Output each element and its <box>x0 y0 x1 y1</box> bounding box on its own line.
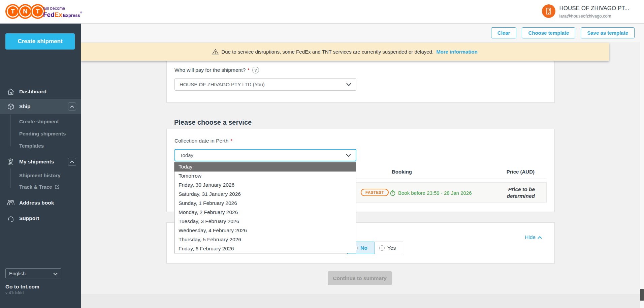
external-link-icon <box>55 185 59 189</box>
booking-info-text: Book before 23:59 - 28 Jan 2026 <box>398 190 472 196</box>
date-option[interactable]: Wednesday, 4 February 2026 <box>174 226 356 235</box>
scrollbar-thumb[interactable] <box>640 289 644 301</box>
date-option[interactable]: Friday, 6 February 2026 <box>174 244 356 253</box>
date-option[interactable]: Tomorrow <box>174 172 356 181</box>
will-become-text: will become <box>43 6 65 11</box>
package-icon <box>7 103 15 110</box>
payer-select-value: HOUSE OF ZHIVAGO PTY LTD (You) <box>180 82 265 87</box>
more-information-link[interactable]: More information <box>436 49 478 55</box>
fedex-express: Express <box>63 13 80 18</box>
option-yes-label: Yes <box>387 245 396 251</box>
account-email: lara@houseofzhivago.com <box>559 13 630 19</box>
required-asterisk: * <box>248 67 250 73</box>
sidebar: Create shipment Dashboard Ship Create sh… <box>0 24 81 308</box>
choose-template-button[interactable]: Choose template <box>522 27 575 38</box>
building-icon <box>545 7 552 15</box>
option-yes[interactable]: Yes <box>374 242 403 254</box>
sidebar-item-my-shipments[interactable]: My shipments <box>0 154 81 169</box>
date-option[interactable]: Tuesday, 3 February 2026 <box>174 217 356 226</box>
payer-question-text: Who will pay for the shipment? <box>174 67 246 73</box>
booking-column-header: Booking <box>392 169 412 175</box>
collection-date-value: Today <box>180 152 193 158</box>
account-menu[interactable]: HOUSE OF ZHIVAGO PT... lara@houseofzhiva… <box>542 4 630 19</box>
trolley-icon <box>7 158 15 165</box>
payer-select[interactable]: HOUSE OF ZHIVAGO PTY LTD (You) <box>174 78 356 91</box>
fedex-fed: Fed <box>43 11 55 18</box>
sidebar-item-label: My shipments <box>19 159 54 165</box>
radio-icon <box>379 245 385 251</box>
collection-date-dropdown: Today Tomorrow Friday, 30 January 2026 S… <box>174 162 356 253</box>
sidebar-item-support[interactable]: Support <box>0 211 81 226</box>
sidebar-item-label: Dashboard <box>19 89 46 95</box>
fastest-badge: FASTEST <box>361 189 389 196</box>
date-option[interactable]: Friday, 30 January 2026 <box>174 181 356 190</box>
language-select[interactable]: English <box>5 268 61 278</box>
date-option[interactable]: Saturday, 31 January 2026 <box>174 190 356 199</box>
sidebar-item-label: Address book <box>19 200 54 206</box>
date-option[interactable]: Today <box>174 162 356 172</box>
sidebar-item-ship[interactable]: Ship <box>0 99 81 114</box>
hide-link[interactable]: Hide <box>525 234 542 240</box>
tnt-shipping-app: T N T will become FedExExpress® HOUSE OF… <box>0 0 644 308</box>
sidebar-item-track-trace[interactable]: Track & Trace <box>0 181 81 193</box>
hide-link-text: Hide <box>525 234 536 240</box>
chevron-up-icon[interactable] <box>68 102 76 111</box>
sidebar-item-templates[interactable]: Templates <box>0 140 81 152</box>
sidebar-item-create-shipment[interactable]: Create shipment <box>0 115 81 127</box>
footer-strip <box>81 295 644 308</box>
payer-question: Who will pay for the shipment? * ? <box>174 67 259 73</box>
app-version: v 41dcfdd <box>5 290 24 295</box>
shipment-toolbar: Clear Choose template Save as template <box>81 24 644 42</box>
sidebar-item-label: Shipment history <box>19 173 61 178</box>
price-column-header: Price (AUD) <box>507 169 535 175</box>
registered-mark: ® <box>80 11 82 14</box>
service-disruption-banner: Due to service disruptions, some FedEx a… <box>81 43 609 61</box>
clear-button[interactable]: Clear <box>491 27 517 38</box>
service-section-heading: Please choose a service <box>174 119 252 126</box>
avatar <box>542 4 555 18</box>
collection-date-label-text: Collection date in Perth <box>174 138 228 144</box>
chevron-down-icon <box>346 154 351 157</box>
warning-icon <box>212 49 219 55</box>
price-info: Price to be determined <box>494 186 535 199</box>
go-to-tnt-link[interactable]: Go to tnt.com <box>5 284 39 290</box>
main-content: Clear Choose template Save as template D… <box>81 24 644 308</box>
save-as-template-button[interactable]: Save as template <box>581 27 635 38</box>
sidebar-item-label: Support <box>19 215 39 221</box>
payer-card: Who will pay for the shipment? * ? HOUSE… <box>166 61 555 103</box>
top-header: T N T will become FedExExpress® HOUSE OF… <box>0 0 644 24</box>
chevron-up-icon <box>538 234 542 240</box>
stopwatch-icon <box>390 190 396 196</box>
date-option[interactable]: Monday, 2 February 2026 <box>174 208 356 217</box>
chevron-up-icon[interactable] <box>68 158 76 166</box>
collection-date-select[interactable]: Today <box>174 149 356 161</box>
required-asterisk: * <box>230 138 232 144</box>
sidebar-item-address-book[interactable]: Address book <box>0 195 81 210</box>
language-value: English <box>9 271 26 276</box>
chevron-down-icon <box>346 83 351 86</box>
create-shipment-button[interactable]: Create shipment <box>5 33 75 50</box>
scrollbar[interactable] <box>640 24 644 308</box>
home-icon <box>7 88 15 95</box>
date-option[interactable]: Thursday, 5 February 2026 <box>174 235 356 244</box>
collection-date-label: Collection date in Perth * <box>174 138 232 144</box>
sidebar-item-label: Pending shipments <box>19 131 66 136</box>
headset-icon <box>7 215 15 222</box>
sidebar-item-pending-shipments[interactable]: Pending shipments <box>0 127 81 140</box>
chevron-down-icon <box>53 271 58 276</box>
continue-to-summary-button[interactable]: Continue to summary <box>328 271 392 285</box>
sidebar-item-label: Track & Trace <box>19 184 52 190</box>
option-no-label: No <box>360 245 367 251</box>
date-option[interactable]: Sunday, 1 February 2026 <box>174 199 356 208</box>
sidebar-item-label: Ship <box>19 103 31 110</box>
booking-info: Book before 23:59 - 28 Jan 2026 <box>390 183 472 203</box>
people-icon <box>7 199 15 206</box>
sidebar-item-dashboard[interactable]: Dashboard <box>0 84 81 99</box>
fedex-ex: Ex <box>55 11 62 18</box>
sidebar-item-label: Create shipment <box>19 119 59 124</box>
account-name: HOUSE OF ZHIVAGO PT... <box>559 5 630 12</box>
sidebar-item-shipment-history[interactable]: Shipment history <box>0 169 81 181</box>
fedex-logo: FedExExpress® <box>43 11 82 19</box>
help-icon[interactable]: ? <box>252 67 259 73</box>
sidebar-item-label: Templates <box>19 143 44 149</box>
